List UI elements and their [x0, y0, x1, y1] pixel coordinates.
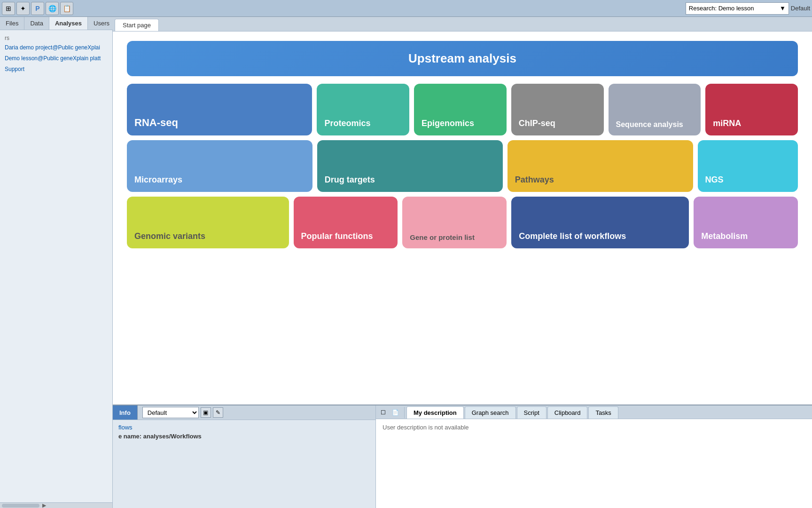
sidebar-item-support[interactable]: Support — [3, 64, 109, 75]
bottom-right-content: User description is not available — [376, 419, 812, 508]
sidebar-tab-data[interactable]: Data — [24, 17, 49, 30]
tab-mydescription[interactable]: My description — [406, 406, 464, 419]
sidebar-scroll-track — [2, 504, 39, 508]
tile-popular[interactable]: Popular functions — [294, 197, 398, 248]
default-label: Default — [791, 5, 810, 12]
tab-tasks[interactable]: Tasks — [588, 406, 618, 419]
grid-row-3: Genomic variants Popular functions Gene … — [127, 197, 798, 248]
toolbar-icon-5[interactable]: 📋 — [60, 2, 73, 15]
sidebar-tab-analyses[interactable]: Analyses — [49, 17, 88, 30]
tab-divider — [404, 407, 405, 418]
info-tab[interactable]: Info — [113, 405, 138, 420]
sidebar: Files Data Analyses Users rs Daria demo … — [0, 17, 113, 508]
icon-btn-2[interactable]: ✎ — [213, 407, 223, 418]
bottom-panel: Info Default ▣ ✎ flows e nam — [113, 405, 812, 508]
tile-complete[interactable]: Complete list of workflows — [511, 197, 689, 248]
sidebar-content: rs Daria demo project@Public geneXplai D… — [0, 30, 112, 502]
grid-row-1: RNA-seq Proteomics Epigenomics ChIP-seq … — [127, 84, 798, 135]
sidebar-item-demo[interactable]: Demo lesson@Public geneXplain platt — [3, 53, 109, 64]
content-area: Start page Upstream analysis RNA-seq Pro… — [113, 17, 812, 508]
research-label: Research: Demo lesson — [689, 5, 754, 12]
sidebar-section-rs: rs — [3, 34, 109, 42]
tab-graphsearch[interactable]: Graph search — [465, 406, 516, 419]
tile-pathways[interactable]: Pathways — [508, 140, 693, 192]
bottom-right: ☐ 📄 My description Graph search Script C… — [376, 405, 812, 508]
sidebar-tabs: Files Data Analyses Users — [0, 17, 112, 30]
default-select[interactable]: Default — [142, 407, 199, 418]
sidebar-tab-files[interactable]: Files — [0, 17, 24, 30]
bottom-left-header: Info Default ▣ ✎ — [113, 405, 375, 420]
br-icon-doc[interactable]: 📄 — [390, 407, 400, 418]
tile-chipseq[interactable]: ChIP-seq — [511, 84, 604, 135]
br-icon-checkbox[interactable]: ☐ — [378, 407, 388, 418]
tab-script[interactable]: Script — [517, 406, 547, 419]
toolbar-icon-1[interactable]: ⊞ — [2, 2, 15, 15]
tile-metabolism[interactable]: Metabolism — [694, 197, 798, 248]
bottom-right-tabs: ☐ 📄 My description Graph search Script C… — [376, 405, 812, 419]
sidebar-item-daria[interactable]: Daria demo project@Public geneXplai — [3, 42, 109, 53]
tile-microarrays[interactable]: Microarrays — [127, 140, 312, 192]
tab-bar: Start page — [113, 17, 812, 32]
info-flows-link[interactable]: flows — [118, 424, 370, 431]
toolbar-icon-4[interactable]: 🌐 — [46, 2, 59, 15]
toolbar-right: Research: Demo lesson ▼ Default — [686, 2, 810, 15]
tile-geneprotein[interactable]: Gene or protein list — [402, 197, 507, 248]
main-content: Upstream analysis RNA-seq Proteomics Epi… — [113, 32, 812, 405]
info-element-name: e name: analyses/Workflows — [118, 433, 370, 440]
tile-rnaseq[interactable]: RNA-seq — [127, 84, 312, 135]
icon-btn-1[interactable]: ▣ — [201, 407, 211, 418]
tile-epigenomics[interactable]: Epigenomics — [414, 84, 507, 135]
bottom-left: Info Default ▣ ✎ flows e nam — [113, 405, 376, 508]
bottom-left-content: flows e name: analyses/Workflows — [113, 420, 375, 508]
description-text: User description is not available — [383, 424, 469, 431]
tile-proteomics[interactable]: Proteomics — [317, 84, 409, 135]
upstream-header: Upstream analysis — [127, 41, 798, 76]
toolbar-icon-3[interactable]: P — [31, 2, 44, 15]
top-toolbar: ⊞ ✦ P 🌐 📋 Research: Demo lesson ▼ Defaul… — [0, 0, 812, 17]
research-dropdown[interactable]: Research: Demo lesson ▼ — [686, 2, 789, 15]
tile-genomic[interactable]: Genomic variants — [127, 197, 289, 248]
tile-mirna[interactable]: miRNA — [705, 84, 798, 135]
tab-clipboard[interactable]: Clipboard — [547, 406, 588, 419]
sidebar-tab-users[interactable]: Users — [88, 17, 116, 30]
grid-row-2: Microarrays Drug targets Pathways NGS — [127, 140, 798, 192]
tile-drugtargets[interactable]: Drug targets — [317, 140, 503, 192]
tab-start-page[interactable]: Start page — [115, 19, 159, 31]
toolbar-icon-2[interactable]: ✦ — [16, 2, 30, 15]
sidebar-scrollbar[interactable]: ▶ — [0, 502, 112, 508]
main-layout: Files Data Analyses Users rs Daria demo … — [0, 17, 812, 508]
tile-sequence[interactable]: Sequence analysis — [609, 84, 701, 135]
tile-ngs[interactable]: NGS — [698, 140, 798, 192]
default-dropdown: Default ▣ ✎ — [142, 407, 223, 418]
